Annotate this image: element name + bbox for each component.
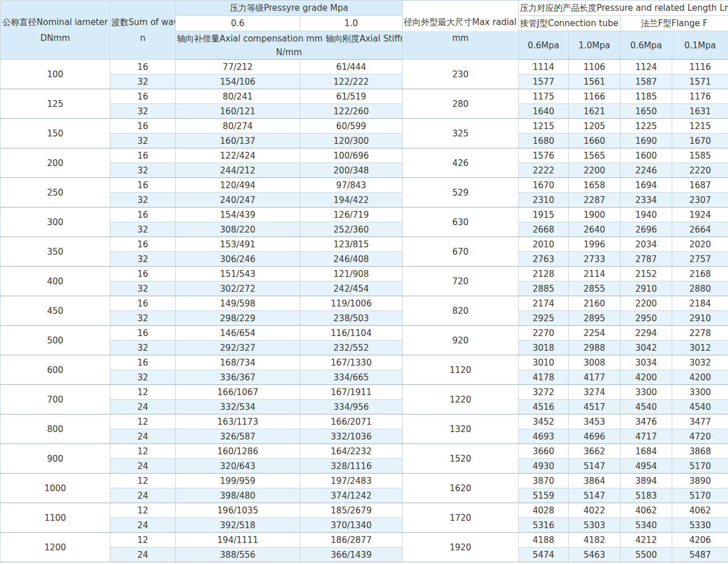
wave-cell: 24 (110, 518, 176, 533)
dn-cell: 1000 (1, 474, 110, 503)
axial-06-cell: 326/587 (176, 429, 300, 444)
length-cell-1: 3008 (569, 355, 621, 370)
wave-cell: 32 (110, 281, 176, 296)
dn-cell: 400 (1, 267, 110, 296)
length-cell-3: 4206 (672, 533, 728, 548)
wave-cell: 16 (110, 60, 176, 74)
length-cell-0: 2668 (519, 222, 569, 237)
axial-06-cell: 199/959 (176, 474, 300, 488)
length-cell-2: 1587 (621, 74, 672, 89)
radial-size-cell: 529 (403, 178, 519, 208)
length-cell-0: 5159 (519, 488, 569, 503)
length-cell-3: 3300 (672, 385, 728, 400)
dn-cell: 150 (1, 119, 110, 148)
length-cell-3: 3032 (672, 355, 728, 370)
axial-06-cell: 398/480 (176, 488, 300, 503)
axial-06-cell: 166/1067 (176, 385, 300, 400)
header-flange-f-06mpa: 0.6Mpa (621, 31, 672, 60)
axial-10-cell: 100/696 (300, 148, 403, 163)
length-cell-3: 1571 (672, 74, 728, 89)
length-cell-3: 1176 (672, 89, 728, 104)
wave-cell: 32 (110, 222, 176, 237)
length-cell-2: 2294 (621, 326, 672, 341)
radial-size-cell: 630 (403, 208, 519, 237)
axial-10-cell: 242/454 (300, 281, 403, 296)
wave-cell: 12 (110, 385, 176, 400)
axial-10-cell: 370/1340 (300, 518, 403, 533)
length-cell-2: 3042 (621, 341, 672, 355)
wave-cell: 16 (110, 178, 176, 193)
length-cell-1: 1660 (569, 134, 621, 148)
length-cell-0: 2310 (519, 193, 569, 208)
axial-10-cell: 197/2483 (300, 474, 403, 488)
length-cell-2: 1185 (621, 89, 672, 104)
axial-10-cell: 374/1242 (300, 488, 403, 503)
length-cell-2: 2246 (621, 163, 672, 178)
spec-row-primary: 120012194/1111186/2877192041884182421242… (1, 533, 728, 548)
wave-cell: 24 (110, 488, 176, 503)
length-cell-0: 1640 (519, 104, 569, 119)
radial-size-cell: 426 (403, 148, 519, 178)
header-nominal-diameter-line1: 公称直径Nominal iameter (2, 14, 109, 30)
header-grade-10: 1.0 (300, 16, 403, 31)
axial-10-cell: 121/908 (300, 267, 403, 281)
length-cell-1: 5147 (569, 488, 621, 503)
axial-10-cell: 332/1036 (300, 429, 403, 444)
length-cell-0: 4516 (519, 400, 569, 414)
radial-size-cell: 670 (403, 237, 519, 267)
radial-size-cell: 1120 (403, 355, 519, 385)
axial-06-cell: 196/1035 (176, 503, 300, 518)
axial-06-cell: 154/106 (176, 74, 300, 89)
radial-size-cell: 1220 (403, 385, 519, 414)
wave-cell: 32 (110, 252, 176, 267)
wave-cell: 12 (110, 533, 176, 548)
dn-cell: 200 (1, 148, 110, 178)
spec-row-primary: 110012196/1035185/2679172040284022406240… (1, 503, 728, 518)
header-max-radial-size-line2: mm (404, 30, 517, 46)
length-cell-0: 4930 (519, 459, 569, 474)
axial-10-cell: 60/599 (300, 119, 403, 134)
length-cell-0: 3870 (519, 474, 569, 488)
length-cell-0: 1576 (519, 148, 569, 163)
length-cell-3: 2168 (672, 267, 728, 281)
length-cell-1: 5147 (569, 459, 621, 474)
dn-cell: 600 (1, 355, 110, 385)
length-cell-0: 4693 (519, 429, 569, 444)
axial-10-cell: 328/1116 (300, 459, 403, 474)
axial-06-cell: 151/543 (176, 267, 300, 281)
wave-cell: 16 (110, 148, 176, 163)
length-cell-1: 3274 (569, 385, 621, 400)
header-max-radial-size-line1: 径向外型最大尺寸Max radial size (404, 14, 517, 30)
length-cell-1: 4696 (569, 429, 621, 444)
length-cell-2: 3300 (621, 385, 672, 400)
axial-10-cell: 122/222 (300, 74, 403, 89)
length-cell-0: 2174 (519, 296, 569, 311)
length-cell-2: 1684 (621, 444, 672, 459)
length-cell-1: 2160 (569, 296, 621, 311)
axial-10-cell: 167/1911 (300, 385, 403, 400)
header-tube-j-10mpa: 1.0Mpa (569, 31, 621, 60)
header-grade-06: 0.6 (176, 16, 300, 31)
length-cell-1: 1565 (569, 148, 621, 163)
length-cell-0: 1175 (519, 89, 569, 104)
length-cell-3: 5170 (672, 459, 728, 474)
spec-table: 公称直径Nominal iameter DNmm 波数Sum of wave n… (0, 0, 728, 562)
length-cell-0: 5316 (519, 518, 569, 533)
spec-row-primary: 1501680/27460/5993251215120512251215 (1, 119, 728, 134)
length-cell-0: 2925 (519, 311, 569, 326)
length-cell-0: 3010 (519, 355, 569, 370)
spec-row-primary: 1001677/21261/4442301114110611241116 (1, 60, 728, 74)
length-cell-2: 2950 (621, 311, 672, 326)
axial-06-cell: 292/327 (176, 341, 300, 355)
length-cell-2: 4212 (621, 533, 672, 548)
length-cell-0: 3452 (519, 414, 569, 429)
length-cell-3: 3868 (672, 444, 728, 459)
axial-06-cell: 80/274 (176, 119, 300, 134)
length-cell-1: 2200 (569, 163, 621, 178)
spec-row-primary: 40016151/543121/9087202128211421522168 (1, 267, 728, 281)
length-cell-3: 2910 (672, 311, 728, 326)
length-cell-3: 2184 (672, 296, 728, 311)
spec-row-primary: 45016149/598119/10068202174216022002184 (1, 296, 728, 311)
axial-06-cell: 392/518 (176, 518, 300, 533)
dn-cell: 250 (1, 178, 110, 208)
